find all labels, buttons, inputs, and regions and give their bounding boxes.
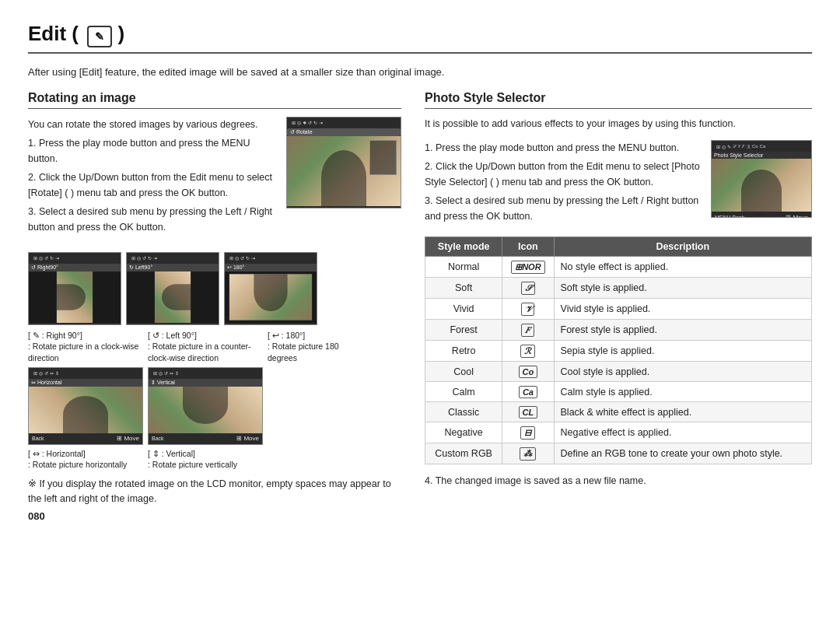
table-row: Vivid𝒱Vivid style is applied. <box>425 299 812 320</box>
table-header-desc: Description <box>554 237 811 257</box>
table-cell-icon: 𝒱 <box>502 299 554 320</box>
table-cell-desc: Sepia style is applied. <box>554 341 811 362</box>
photo-style-steps-text: 1. Press the play mode button and press … <box>425 140 703 227</box>
caption-vertical: [ ⇕ : Vertical] : Rotate picture vertica… <box>148 448 263 471</box>
right-intro: It is possible to add various effects to… <box>425 117 812 131</box>
page-title: Edit ( ✎ ) <box>28 22 124 47</box>
table-cell-style: Vivid <box>425 299 502 320</box>
table-row: Soft𝒮Soft style is applied. <box>425 278 812 299</box>
table-cell-icon: 𝐹 <box>502 320 554 341</box>
table-cell-icon: CL <box>502 402 554 422</box>
right-section-title: Photo Style Selector <box>425 91 812 109</box>
left-section-title: Rotating an image <box>28 91 401 109</box>
content-area: Rotating an image You can rotate the sto… <box>28 91 812 619</box>
table-row: Negative⊟Negative effect is applied. <box>425 422 812 443</box>
table-row: Custom RGB⁂Define an RGB tone to create … <box>425 443 812 464</box>
table-row: CoolCoCool style is applied. <box>425 362 812 382</box>
style-table: Style mode Icon Description Normal⊞NORNo… <box>425 236 812 464</box>
caption-right90: [ ✎ : Right 90°] : Rotate picture in a c… <box>28 330 143 364</box>
table-cell-icon: ⊟ <box>502 422 554 443</box>
table-cell-style: Classic <box>425 402 502 422</box>
table-cell-desc: Forest style is applied. <box>554 320 811 341</box>
caption-180: [ ↩ : 180°] : Rotate picture 180 degrees <box>268 330 361 364</box>
table-cell-desc: Calm style is applied. <box>554 382 811 402</box>
table-row: Normal⊞NORNo style effect is applied. <box>425 257 812 278</box>
table-cell-style: Cool <box>425 362 502 382</box>
table-cell-desc: Vivid style is applied. <box>554 299 811 320</box>
right-column: Photo Style Selector It is possible to a… <box>425 91 812 619</box>
table-row: CalmCaCalm style is applied. <box>425 382 812 402</box>
pss-step1: 1. Press the play mode button and press … <box>425 140 703 156</box>
caption-left90: [ ↺ : Left 90°] : Rotate picture in a co… <box>148 330 263 364</box>
table-cell-style: Custom RGB <box>425 443 502 464</box>
rotate-steps: You can rotate the stored images by vari… <box>28 117 277 238</box>
rotate-cam-vertical: ⊞◎↺⇔⇕ ⇕ Vertical Back⊞ Move <box>148 367 263 445</box>
table-row: RetroℛSepia style is applied. <box>425 341 812 362</box>
rotate-camera-screenshot-main: ⊞◎❖↺↻⇥ ↺ Rotate MENU Back ⊞ Move <box>286 117 401 208</box>
table-cell-style: Soft <box>425 278 502 299</box>
rotate-cam-left90: ⊞◎↺↻⇥ ↻ Left90° Back⊞ Move <box>126 252 219 325</box>
table-cell-style: Normal <box>425 257 502 278</box>
table-header-style: Style mode <box>425 237 502 257</box>
edit-icon: ✎ <box>87 26 112 47</box>
rotate-step-3: 3. Select a desired sub menu by pressing… <box>28 204 277 235</box>
table-cell-desc: Cool style is applied. <box>554 362 811 382</box>
table-cell-style: Retro <box>425 341 502 362</box>
table-cell-style: Negative <box>425 422 502 443</box>
rotate-cam-right90: ⊞◎↺↻⇥ ↺ Right90° Back⊞ Move <box>28 252 121 325</box>
table-cell-desc: Define an RGB tone to create your own ph… <box>554 443 811 464</box>
table-cell-icon: ⁂ <box>502 443 554 464</box>
table-row: ClassicCLBlack & white effect is applied… <box>425 402 812 422</box>
page-header: Edit ( ✎ ) <box>28 22 812 54</box>
rotate-step-0: You can rotate the stored images by vari… <box>28 117 277 132</box>
left-column: Rotating an image You can rotate the sto… <box>28 91 401 619</box>
intro-text: After using [Edit] feature, the edited i… <box>28 65 812 80</box>
table-cell-icon: 𝒮 <box>502 278 554 299</box>
table-cell-icon: Ca <box>502 382 554 402</box>
table-cell-desc: Soft style is applied. <box>554 278 811 299</box>
table-row: Forest𝐹Forest style is applied. <box>425 320 812 341</box>
saved-note: 4. The changed image is saved as a new f… <box>425 475 812 486</box>
page-number: 080 <box>28 510 401 522</box>
table-cell-desc: Black & white effect is applied. <box>554 402 811 422</box>
table-cell-style: Calm <box>425 382 502 402</box>
table-cell-style: Forest <box>425 320 502 341</box>
rotate-row-3: ⊞◎↺↻⇥ ↺ Right90° Back⊞ Move ⊞◎↺↻⇥ ↻ Left… <box>28 252 401 325</box>
table-cell-icon: ⊞NOR <box>502 257 554 278</box>
photo-style-steps-area: 1. Press the play mode button and press … <box>425 140 812 227</box>
rotate-cam-180: ⊞◎↺↻⇥ ↩ 180° Back⊞ Move <box>224 252 317 325</box>
table-header-icon: Icon <box>502 237 554 257</box>
rotate-captions-row1: [ ✎ : Right 90°] : Rotate picture in a c… <box>28 330 401 364</box>
table-cell-desc: Negative effect is applied. <box>554 422 811 443</box>
rotate-step-2: 2. Click the Up/Down button from the Edi… <box>28 170 277 201</box>
rotate-cam-horizontal: ⊞◎↺⇔⇕ ⇔ Horizontal Back⊞ Move <box>28 367 143 445</box>
table-cell-icon: Co <box>502 362 554 382</box>
caption-horizontal: [ ⇔ : Horizontal] : Rotate picture horiz… <box>28 448 143 471</box>
table-cell-icon: ℛ <box>502 341 554 362</box>
pss-step2: 2. Click the Up/Down button from the Edi… <box>425 159 703 190</box>
rotate-captions-row2: [ ⇔ : Horizontal] : Rotate picture horiz… <box>28 448 401 471</box>
rotate-step-1: 1. Press the play mode button and press … <box>28 135 277 166</box>
bottom-note: ※ If you display the rotated image on th… <box>28 477 401 506</box>
rotate-row-2: ⊞◎↺⇔⇕ ⇔ Horizontal Back⊞ Move ⊞◎↺⇔⇕ ⇕ Ve… <box>28 367 401 445</box>
page: Edit ( ✎ ) After using [Edit] feature, t… <box>0 0 840 634</box>
pss-step3: 3. Select a desired sub menu by pressing… <box>425 193 703 224</box>
table-cell-desc: No style effect is applied. <box>554 257 811 278</box>
photo-style-camera-screenshot: ⊞◎✎𝒮𝒱𝐹ℛCoCa Photo Style Selector MENU Ba… <box>711 140 812 218</box>
